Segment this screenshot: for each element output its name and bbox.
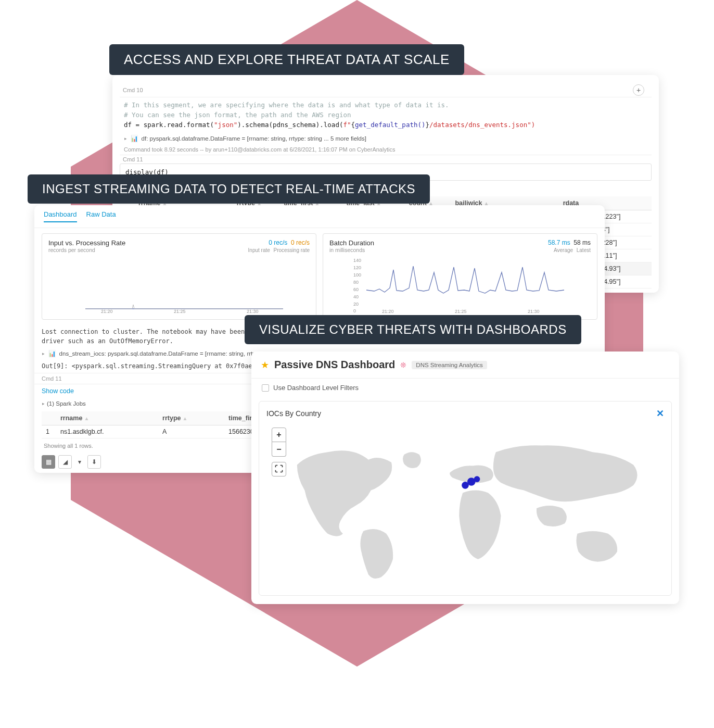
chart-title: Input vs. Processing Rate <box>48 239 125 247</box>
code-text: } <box>426 121 430 129</box>
df-output: df: pyspark.sql.dataframe.DataFrame = [r… <box>142 135 366 142</box>
code-string: f" <box>343 121 351 129</box>
chart-batch-duration: Batch Duration in milliseconds 58.7 ms 5… <box>323 233 597 320</box>
zoom-out-button[interactable]: − <box>272 442 286 457</box>
code-text: ).schema(pdns_schema).load( <box>237 121 343 129</box>
zoom-in-button[interactable]: + <box>272 428 286 442</box>
svg-text:21:30: 21:30 <box>247 309 259 314</box>
svg-point-17 <box>474 476 480 482</box>
cmd-bar: Cmd 11 <box>120 155 652 164</box>
callout-visualize: VISUALIZE CYBER THREATS WITH DASHBOARDS <box>245 315 581 344</box>
dashboard-badge: DNS Streaming Analytics <box>412 361 487 369</box>
chart-title: Batch Duration <box>329 239 374 247</box>
code-string: /datasets/dns_events.json <box>429 121 527 129</box>
filter-label: Use Dashboard Level Filters <box>273 384 359 392</box>
svg-text:20: 20 <box>353 302 359 307</box>
expand-icon[interactable]: ▸ <box>124 136 127 142</box>
redash-icon: ❊ <box>400 361 406 369</box>
add-cell-icon[interactable]: + <box>633 84 644 96</box>
callout-ingest: INGEST STREAMING DATA TO DETECT REAL-TIM… <box>28 174 430 204</box>
tab-dashboard[interactable]: Dashboard <box>44 210 77 222</box>
callout-explore: ACCESS AND EXPLORE THREAT DATA AT SCALE <box>109 44 464 75</box>
stat-value: 58 ms <box>573 239 591 246</box>
col-rrtype[interactable]: rrtype <box>162 415 181 422</box>
sort-icon[interactable]: ▲ <box>183 416 188 421</box>
svg-text:80: 80 <box>353 280 359 285</box>
chart-view-button[interactable]: ◢ <box>58 455 72 469</box>
svg-text:21:20: 21:20 <box>101 309 113 314</box>
star-icon[interactable]: ★ <box>261 359 269 371</box>
chart-input-processing: Input vs. Processing Rate records per se… <box>42 233 316 320</box>
cmd-label: Cmd 10 <box>123 87 143 93</box>
col-rrname[interactable]: rrname <box>60 415 82 422</box>
code-text: df = spark.read.format( <box>124 121 214 129</box>
code-cell[interactable]: # In this segment, we are specifying whe… <box>120 97 652 133</box>
stat-label: Latest <box>577 247 591 253</box>
svg-text:40: 40 <box>353 294 359 299</box>
table-view-button[interactable]: ▦ <box>42 455 55 469</box>
dashboard-title: Passive DNS Dashboard <box>274 359 395 371</box>
stat-label: Average <box>554 247 573 253</box>
code-func: get_default_path() <box>355 121 425 129</box>
code-comment: # In this segment, we are specifying whe… <box>124 101 449 109</box>
fullscreen-button[interactable]: ⛶ <box>272 462 286 476</box>
stat-value: 0 rec/s <box>269 239 287 246</box>
close-icon[interactable]: ✕ <box>656 408 664 419</box>
tab-rawdata[interactable]: Raw Data <box>86 210 116 222</box>
code-text: { <box>351 121 355 129</box>
svg-text:21:20: 21:20 <box>382 309 394 314</box>
svg-text:0: 0 <box>353 308 356 313</box>
svg-text:21:25: 21:25 <box>455 309 467 314</box>
map-card: IOCs By Country ✕ + − ⛶ <box>259 401 672 596</box>
stat-value: 0 rec/s <box>291 239 310 246</box>
expand-icon[interactable]: ▸ <box>42 350 45 356</box>
cmd-label: Cmd 11 <box>123 156 143 162</box>
expand-icon[interactable]: ▸ <box>42 400 45 406</box>
svg-text:100: 100 <box>353 272 361 278</box>
svg-text:21:25: 21:25 <box>174 309 186 314</box>
cmd-bar: Cmd 10 + <box>120 83 652 97</box>
svg-text:21:30: 21:30 <box>528 309 540 314</box>
sort-icon[interactable]: ▲ <box>84 416 89 421</box>
svg-text:140: 140 <box>353 258 361 263</box>
world-map[interactable]: + − ⛶ <box>266 422 664 589</box>
chart-subtitle: in milliseconds <box>329 247 374 253</box>
dashboard-panel: ★ Passive DNS Dashboard ❊ DNS Streaming … <box>251 352 679 604</box>
svg-text:120: 120 <box>353 265 361 270</box>
stat-value: 58.7 ms <box>548 239 570 246</box>
download-button[interactable]: ⬇ <box>87 455 101 469</box>
svg-text:60: 60 <box>353 287 359 292</box>
cmd-label: Cmd 11 <box>42 375 62 382</box>
code-string: "json" <box>214 121 237 129</box>
filter-checkbox[interactable] <box>262 384 269 392</box>
stat-label: Processing rate <box>274 247 310 253</box>
stat-label: Input rate <box>248 247 270 253</box>
chart-subtitle: records per second <box>48 247 125 253</box>
code-comment: # You can see the json format, the path … <box>124 111 351 119</box>
svg-point-16 <box>462 482 469 489</box>
chart-options-icon[interactable]: ▾ <box>75 455 84 469</box>
map-title: IOCs By Country <box>266 409 321 418</box>
spark-jobs-link[interactable]: (1) Spark Jobs <box>47 400 86 407</box>
code-string: ") <box>527 121 535 129</box>
cell-meta: Command took 8.92 seconds -- by arun+110… <box>120 144 652 155</box>
